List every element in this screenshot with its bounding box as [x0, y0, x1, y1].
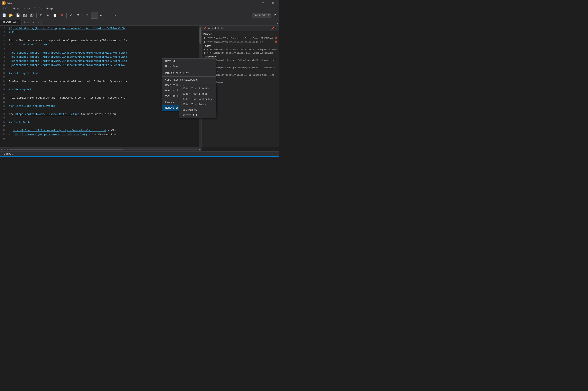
line-num-13: 13 [1, 76, 5, 80]
more-button[interactable]: » [112, 12, 118, 19]
tab-todo-label: todo.txt [24, 21, 36, 24]
tab-todo-close[interactable]: ✕ [37, 21, 39, 24]
editor-line-4: Edi - The open source integrated develop… [9, 39, 197, 43]
editor-line-24: ## Built With [9, 120, 197, 124]
close-panel-button[interactable]: ✕ [276, 27, 278, 30]
line-num-26: 26 [1, 129, 5, 133]
scroll-right-button[interactable]: ▶ [199, 148, 201, 151]
new-file-button[interactable]: 📄 [1, 12, 7, 19]
save-all-button[interactable] [29, 12, 35, 19]
menu-edit[interactable]: Edit [11, 7, 22, 11]
save-as-button[interactable] [22, 12, 28, 19]
line-num-18: 18 [1, 96, 5, 100]
tab-readme-label: README.md [2, 21, 16, 24]
app-icon: E [2, 1, 6, 5]
svg-rect-2 [24, 15, 26, 16]
line-num-25: 25 [1, 124, 5, 129]
line-num-1: 1 [1, 26, 5, 30]
line-num-20: 20 [1, 104, 5, 108]
pin-panel-button[interactable]: 📌 [271, 27, 274, 30]
horizontal-scrollbar[interactable] [9, 149, 198, 150]
menu-bar: File Edit View Tools Help [0, 6, 279, 11]
line-num-11: 11 [1, 67, 5, 71]
return-button[interactable]: ↵ [98, 12, 104, 19]
rf-item-todo[interactable]: E:\TMP\Samples\Texts\Articles\Files\todo… [202, 40, 279, 44]
line-num-4: 4 [1, 39, 5, 43]
svg-rect-4 [31, 14, 32, 15]
editor-line-27: * [.Net Framework](https://www.microsoft… [9, 133, 197, 137]
save-button[interactable]: 💾 [15, 12, 21, 19]
editor-line-2: # Edi [9, 30, 197, 35]
editor-line-26: * [Visual Studio 2017 Community](http://… [9, 129, 197, 133]
editor-line-25 [9, 124, 197, 129]
mode-selector[interactable]: MarkDown ▼ [252, 13, 271, 18]
close-button[interactable]: ✕ [268, 0, 278, 6]
horizontal-scroll-thumb[interactable] [9, 149, 123, 150]
output-panel: ▶ Output [0, 151, 279, 156]
output-label: Output [4, 153, 13, 155]
line-num-16: 16 [1, 88, 5, 92]
tab-readme[interactable]: README.md ✕ [0, 20, 22, 25]
horizontal-scrollbar-container: 150 % ▶ [0, 147, 202, 151]
redo-button[interactable]: ↷ [75, 12, 81, 19]
ctx-pin[interactable]: Pin to this list [162, 71, 216, 76]
tab-todo[interactable]: todo.txt ✕ [22, 20, 42, 25]
tab-dropdown[interactable]: ▾ [277, 22, 278, 25]
line-num-14: 14 [1, 80, 5, 84]
editor-line-23 [9, 116, 197, 120]
recent-files-icon: 📌 [203, 27, 207, 30]
mode-arrow: ▼ [268, 14, 270, 17]
line-num-8: 8 [1, 55, 5, 59]
format-button[interactable]: ≡ [84, 12, 90, 19]
ellipsis-button[interactable]: ··· [105, 12, 111, 19]
output-icon: ▶ [2, 152, 3, 155]
title-bar-title: Edi [7, 2, 248, 4]
open-file-button[interactable]: 📂 [8, 12, 14, 19]
line-num-24: 24 [1, 120, 5, 124]
ctx-older-1week[interactable]: Older Than 1 Week [179, 92, 216, 97]
rf-item-deepblack[interactable]: E:\TMP\Samples\Texts\Articles\Files\S...… [202, 48, 279, 51]
cut-button[interactable]: ✂ [45, 12, 51, 19]
pin-icon-readme: 📌 [275, 37, 278, 40]
ctx-older-yesterday[interactable]: Older Than Yesterday [179, 97, 216, 102]
line-num-27: 27 [1, 133, 5, 137]
undo-button[interactable]: ↶ [68, 12, 74, 19]
scroll-thumb[interactable] [200, 27, 201, 44]
copy-button[interactable]: ⧉ [38, 12, 44, 19]
ctx-move-up[interactable]: Move Up [162, 59, 216, 64]
ctx-move-down[interactable]: Move Down [162, 64, 216, 69]
ctx-sep-2 [162, 77, 216, 77]
paste-button[interactable]: 📋 [52, 12, 58, 19]
line-num-19: 19 [1, 100, 5, 104]
title-bar: E Edi ─ □ ✕ [0, 0, 279, 6]
rf-item-readme[interactable]: E:\TMP\Samples\Texts\Articles\Files\Sam.… [202, 36, 279, 40]
editor-line-6 [9, 47, 197, 51]
ctx-not-pinned[interactable]: Not Pinned [179, 107, 216, 113]
section-today: Today [202, 44, 279, 48]
line-num-23: 23 [1, 116, 5, 120]
status-bar: Ready. X: 1 Y: 1 INS Unicode (UTF-8) [0, 156, 279, 157]
editor-line-3 [9, 35, 197, 39]
rf-item-contributing[interactable]: E:\TMP\Samples\Texts\Articles\Fil...CONT… [202, 51, 279, 55]
minimize-button[interactable]: ─ [248, 0, 258, 6]
tab-readme-close[interactable]: ✕ [17, 21, 19, 24]
ctx-remove-all[interactable]: Remove All [179, 113, 216, 118]
ctx-older-2weeks[interactable]: Older Than 2 Weeks [179, 86, 216, 92]
maximize-button[interactable]: □ [258, 0, 268, 6]
menu-view[interactable]: View [22, 7, 32, 11]
fold-button[interactable]: [ [91, 12, 97, 19]
line-num-12: 12 [1, 71, 5, 76]
line-num-6: 6 [1, 47, 5, 51]
delete-button[interactable]: ✕ [59, 12, 65, 19]
context-menu-sub: Older Than 2 Weeks Older Than 1 Week Old… [179, 86, 216, 118]
ctx-older-today[interactable]: Older Than Today [179, 102, 216, 107]
menu-tools[interactable]: Tools [32, 7, 44, 11]
zoom-level: 150 % [1, 148, 7, 151]
refresh-button[interactable]: ↺ [272, 12, 278, 19]
line-num-9: 9 [1, 59, 5, 63]
line-num-5: 5 [1, 43, 5, 47]
menu-file[interactable]: File [1, 7, 11, 11]
ctx-copy-path[interactable]: Copy Path to Clipboard [162, 77, 216, 83]
editor-line-1: [![Build status](https://ci.appveyor.com… [9, 26, 197, 30]
menu-help[interactable]: Help [44, 7, 55, 11]
